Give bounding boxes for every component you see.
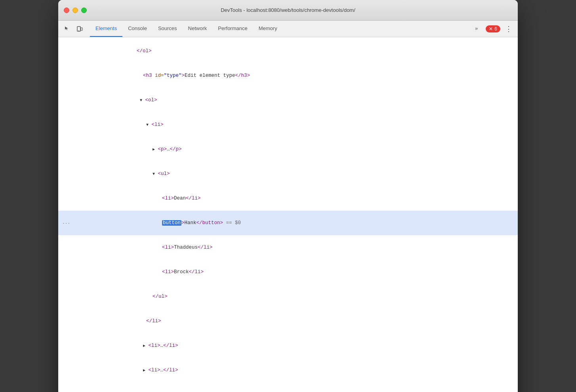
error-icon: ✕ [489, 26, 493, 32]
gutter-selected: ... [58, 219, 73, 226]
toolbar-right: » ✕ 6 ⋮ [469, 23, 515, 35]
error-badge[interactable]: ✕ 6 [486, 25, 500, 32]
dom-line[interactable]: ▶ <li>…</li> [58, 358, 518, 382]
more-tabs-button[interactable]: » [469, 25, 483, 32]
device-icon[interactable] [74, 23, 85, 34]
tab-performance[interactable]: Performance [212, 21, 253, 37]
devtools-window: DevTools - localhost:8080/web/tools/chro… [58, 0, 518, 392]
maximize-button[interactable] [81, 8, 87, 13]
dom-line[interactable]: ▶ <li>…</li> [58, 333, 518, 358]
dom-line[interactable]: ▼ <ul> [58, 162, 518, 186]
minimize-button[interactable] [72, 8, 78, 13]
dom-line[interactable]: ▼ <li> [58, 112, 518, 137]
dom-line[interactable]: <li>Thaddeus</li> [58, 235, 518, 260]
dom-line[interactable]: ▶ <p>…</p> [58, 137, 518, 162]
window-title: DevTools - localhost:8080/web/tools/chro… [221, 7, 355, 13]
dom-line[interactable]: </ul> [58, 284, 518, 309]
main-tabs: Elements Console Sources Network Perform… [90, 21, 283, 37]
dom-line[interactable]: </li> [58, 309, 518, 333]
toolbar-icons [61, 23, 85, 34]
tab-elements[interactable]: Elements [90, 21, 122, 37]
tab-console[interactable]: Console [122, 21, 153, 37]
dom-line[interactable]: <li>Dean</li> [58, 186, 518, 211]
dom-line[interactable]: <h3 id="type">Edit element type</h3> [58, 63, 518, 88]
traffic-lights [64, 8, 87, 13]
dom-line[interactable]: ▼ <ol> [58, 88, 518, 112]
tab-sources[interactable]: Sources [153, 21, 183, 37]
dom-line-selected[interactable]: ... button>Hank</button> == $0 [58, 211, 518, 235]
kebab-menu-button[interactable]: ⋮ [503, 23, 515, 35]
dom-line[interactable]: </ol> [58, 39, 518, 63]
selected-element-tag: button [162, 220, 181, 226]
dom-line[interactable]: </ol> [58, 382, 518, 392]
toolbar: Elements Console Sources Network Perform… [58, 21, 518, 37]
svg-rect-1 [81, 28, 82, 30]
dom-panel: </ol> <h3 id="type">Edit element type</h… [58, 37, 518, 392]
titlebar: DevTools - localhost:8080/web/tools/chro… [58, 0, 518, 21]
close-button[interactable] [64, 8, 69, 13]
tab-memory[interactable]: Memory [253, 21, 283, 37]
inspect-icon[interactable] [61, 23, 72, 34]
dom-line[interactable]: <li>Brock</li> [58, 260, 518, 284]
tab-network[interactable]: Network [183, 21, 213, 37]
